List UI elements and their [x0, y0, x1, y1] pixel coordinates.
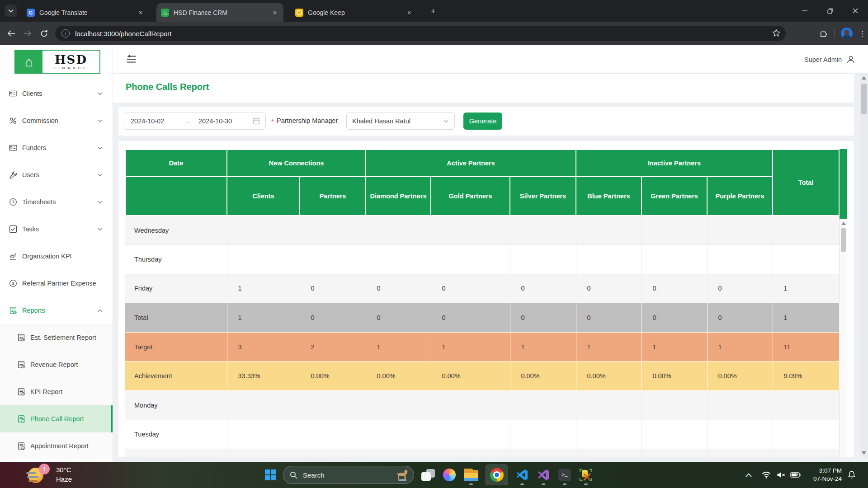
table-cell: [431, 420, 510, 449]
table-row-target: Target3211111111: [125, 332, 839, 361]
taskbar-app-start[interactable]: [264, 465, 276, 485]
user-menu[interactable]: Super Admin: [804, 45, 855, 74]
chevron-down-icon: [98, 146, 103, 150]
report-icon: [17, 361, 25, 369]
sidebar-item-funders[interactable]: Funders: [0, 134, 113, 161]
tab-close-icon[interactable]: ×: [271, 9, 279, 17]
taskbar-app-db-tools[interactable]: [579, 465, 593, 485]
table-cell: [642, 216, 707, 245]
table-cell: 3: [227, 332, 300, 361]
chevron-down-icon: [98, 174, 103, 177]
divider: [834, 29, 835, 38]
bookmark-star-icon[interactable]: [772, 29, 780, 38]
sidebar-item-kpi-report[interactable]: KPI Report: [0, 378, 113, 405]
site-info-icon[interactable]: i: [61, 29, 70, 38]
battery-icon[interactable]: [790, 471, 801, 479]
reload-button[interactable]: [38, 28, 50, 39]
taskbar-app-visual-studio[interactable]: [536, 465, 551, 485]
weather-widget[interactable]: 1 30°C Haze: [26, 464, 72, 485]
column-header-total: Total: [773, 150, 839, 216]
page-scrollbar-thumb[interactable]: [861, 84, 867, 114]
taskbar-app-vscode[interactable]: [515, 465, 529, 485]
sidebar-item-reports[interactable]: Reports: [0, 297, 113, 324]
taskbar-app-task-view[interactable]: [421, 465, 435, 485]
extensions-icon[interactable]: [819, 28, 828, 39]
maximize-button[interactable]: [817, 0, 843, 22]
sidebar-item-tasks[interactable]: Tasks: [0, 216, 113, 243]
generate-button[interactable]: Generate: [463, 113, 502, 130]
tab-search-button[interactable]: [5, 5, 17, 17]
sidebar-item-commission[interactable]: Commission: [0, 107, 113, 134]
tab-close-icon[interactable]: ×: [137, 9, 145, 17]
row-label: Target: [125, 332, 227, 361]
sidebar-item-users[interactable]: Users: [0, 161, 113, 188]
date-to-input[interactable]: 2024-10-30: [198, 117, 253, 125]
sidebar-item-label: Referral Partner Expense: [22, 280, 113, 287]
chevron-down-icon: [443, 119, 449, 123]
profile-avatar[interactable]: [841, 28, 853, 39]
table-cell: [773, 391, 839, 420]
sidebar-item-referral-partner-expense[interactable]: $Referral Partner Expense: [0, 270, 113, 297]
sidebar-collapse-button[interactable]: [126, 54, 137, 65]
report-icon: [17, 333, 25, 342]
sidebar-item-label: Est. Settlement Report: [30, 334, 113, 341]
manager-select[interactable]: Khaled Hasan Ratul: [346, 113, 455, 130]
table-cell: 1: [227, 274, 300, 303]
notifications-bell-icon[interactable]: [847, 470, 856, 479]
taskbar-app-chrome[interactable]: [486, 465, 508, 485]
volume-muted-icon[interactable]: [777, 471, 785, 479]
scroll-down-arrow-icon[interactable]: [862, 451, 866, 455]
table-cell: [431, 449, 510, 457]
row-label: Total: [125, 303, 227, 333]
taskbar-app-terminal[interactable]: >_: [557, 465, 572, 485]
wifi-icon[interactable]: [762, 471, 771, 479]
column-header: Silver Partners: [510, 177, 576, 216]
sidebar-item-organization-kpi[interactable]: Organization KPI: [0, 243, 113, 270]
table-cell: 0: [707, 303, 773, 333]
browser-menu-icon[interactable]: ⋮: [859, 29, 863, 38]
sidebar-item-est-settlement-report[interactable]: Est. Settlement Report: [0, 324, 113, 351]
scroll-up-arrow-icon[interactable]: [862, 76, 866, 80]
minimize-button[interactable]: [792, 0, 817, 22]
url-text[interactable]: localhost:3000/phoneCallReport: [75, 30, 772, 38]
tab-title: Google Keep: [308, 9, 405, 16]
forward-button[interactable]: [22, 28, 33, 39]
scroll-up-arrow-icon[interactable]: [841, 222, 846, 225]
new-tab-button[interactable]: +: [428, 6, 439, 17]
table-row-thursday: Thursday: [125, 245, 839, 274]
house-logo-icon: ⌂: [15, 51, 42, 73]
column-header: Blue Partners: [576, 177, 642, 216]
taskbar-app-search[interactable]: Search: [283, 465, 414, 485]
table-cell: [300, 245, 366, 274]
browser-tab[interactable]: ⌂HSD Finance CRM×: [156, 3, 283, 22]
table-cell: [642, 449, 707, 457]
sidebar-item-revenue-report[interactable]: Revenue Report: [0, 351, 113, 378]
table-scrollbar-thumb[interactable]: [841, 228, 846, 252]
taskbar-app-file-explorer[interactable]: [463, 465, 479, 485]
sidebar-item-timesheets[interactable]: Timesheets: [0, 188, 113, 216]
range-arrow-icon: →: [185, 117, 198, 125]
hidden-icons-chevron-icon[interactable]: [745, 473, 752, 477]
table-cell: 0: [642, 274, 707, 303]
browser-addressbar: i localhost:3000/phoneCallReport ⋮: [0, 22, 868, 45]
browser-tab[interactable]: GGoogle Translate×: [22, 3, 149, 22]
back-button[interactable]: [5, 28, 17, 39]
addressbar-right: ⋮: [819, 26, 863, 41]
tab-close-icon[interactable]: ×: [405, 9, 413, 17]
close-button[interactable]: [843, 0, 868, 22]
table-cell: [431, 391, 510, 420]
sidebar-item-appointment-report[interactable]: Appointment Report: [0, 432, 113, 460]
table-scrollbar[interactable]: [840, 219, 847, 457]
table-cell: 33.33%: [227, 361, 300, 391]
taskbar-app-copilot[interactable]: [442, 465, 457, 485]
chevron-up-icon: [98, 309, 103, 312]
date-range-picker[interactable]: 2024-10-02 → 2024-10-30: [124, 113, 266, 130]
taskbar-clock[interactable]: 3:07 PM 07-Nov-24: [813, 467, 842, 483]
date-from-input[interactable]: 2024-10-02: [131, 117, 185, 125]
table-cell: [707, 245, 773, 274]
url-bar[interactable]: i localhost:3000/phoneCallReport: [55, 26, 786, 41]
sidebar-item-clients[interactable]: Clients: [0, 80, 113, 107]
browser-tab[interactable]: Google Keep×: [291, 3, 418, 22]
sidebar-item-phone-call-report[interactable]: Phone Call Report: [0, 405, 113, 432]
page-scrollbar[interactable]: [860, 74, 868, 457]
